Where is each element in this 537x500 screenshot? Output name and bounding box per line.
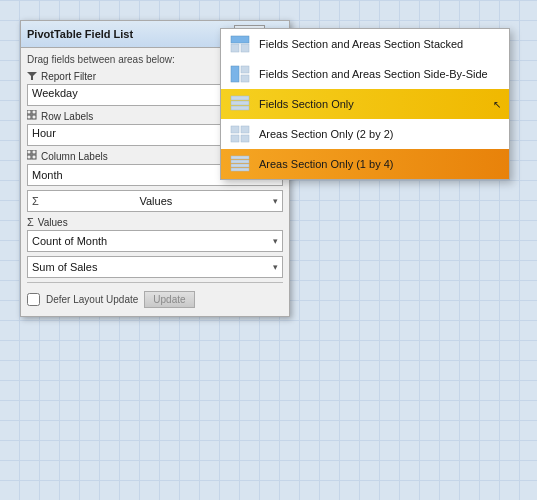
menu-item-sidebyside[interactable]: Fields Section and Areas Section Side-By…: [221, 59, 509, 89]
svg-rect-4: [27, 110, 31, 114]
layout-dropdown-menu: Fields Section and Areas Section Stacked…: [220, 28, 510, 180]
fieldsonly-icon: [229, 94, 251, 114]
svg-rect-13: [231, 44, 239, 52]
svg-rect-19: [231, 101, 249, 105]
filter-icon: [27, 72, 37, 82]
areas1x4-label: Areas Section Only (1 by 4): [259, 158, 501, 170]
panel-title: PivotTable Field List: [27, 28, 133, 40]
svg-marker-3: [27, 72, 37, 80]
svg-rect-18: [231, 96, 249, 100]
svg-rect-28: [231, 168, 249, 171]
values-dropdown-arrow[interactable]: ▾: [273, 196, 278, 206]
count-of-month-field[interactable]: Count of Month ▾: [27, 230, 283, 252]
areas2x2-label: Areas Section Only (2 by 2): [259, 128, 501, 140]
sum-of-sales-field[interactable]: Sum of Sales ▾: [27, 256, 283, 278]
svg-rect-9: [32, 150, 36, 154]
menu-item-fieldsonly[interactable]: Fields Section Only ↖: [221, 89, 509, 119]
sidebyside-label: Fields Section and Areas Section Side-By…: [259, 68, 501, 80]
svg-rect-16: [241, 66, 249, 73]
grid-icon-col: [27, 150, 37, 162]
svg-rect-20: [231, 106, 249, 110]
menu-item-areas2x2[interactable]: Areas Section Only (2 by 2): [221, 119, 509, 149]
stacked-label: Fields Section and Areas Section Stacked: [259, 38, 501, 50]
menu-item-areas1x4[interactable]: Areas Section Only (1 by 4): [221, 149, 509, 179]
divider: [27, 282, 283, 283]
svg-rect-27: [231, 164, 249, 167]
defer-row: Defer Layout Update Update: [27, 287, 283, 310]
svg-rect-23: [231, 135, 239, 142]
svg-rect-8: [27, 150, 31, 154]
sum-dropdown-arrow[interactable]: ▾: [273, 262, 278, 272]
svg-rect-6: [27, 115, 31, 119]
defer-checkbox[interactable]: [27, 293, 40, 306]
svg-rect-15: [231, 66, 239, 82]
defer-label: Defer Layout Update: [46, 294, 138, 305]
column-labels-values-field[interactable]: Σ Values ▾: [27, 190, 283, 212]
count-dropdown-arrow[interactable]: ▾: [273, 236, 278, 246]
values-section: Σ Values Count of Month ▾ Sum of Sales ▾: [27, 216, 283, 278]
svg-rect-12: [231, 36, 249, 43]
stacked-icon: [229, 34, 251, 54]
svg-rect-26: [231, 160, 249, 163]
sigma-icon: Σ: [32, 195, 39, 207]
svg-rect-11: [32, 155, 36, 159]
areas1x4-icon: [229, 154, 251, 174]
sidebyside-icon: [229, 64, 251, 84]
values-label: Σ Values: [27, 216, 283, 228]
svg-rect-22: [241, 126, 249, 133]
svg-rect-21: [231, 126, 239, 133]
grid-icon: [27, 110, 37, 122]
cursor-indicator: ↖: [493, 99, 501, 110]
svg-rect-7: [32, 115, 36, 119]
values-sigma-icon: Σ: [27, 216, 34, 228]
svg-rect-17: [241, 75, 249, 82]
svg-rect-25: [231, 156, 249, 159]
svg-rect-14: [241, 44, 249, 52]
menu-item-stacked[interactable]: Fields Section and Areas Section Stacked: [221, 29, 509, 59]
svg-rect-24: [241, 135, 249, 142]
update-button[interactable]: Update: [144, 291, 194, 308]
svg-rect-5: [32, 110, 36, 114]
fieldsonly-label: Fields Section Only: [259, 98, 485, 110]
svg-rect-10: [27, 155, 31, 159]
areas2x2-icon: [229, 124, 251, 144]
